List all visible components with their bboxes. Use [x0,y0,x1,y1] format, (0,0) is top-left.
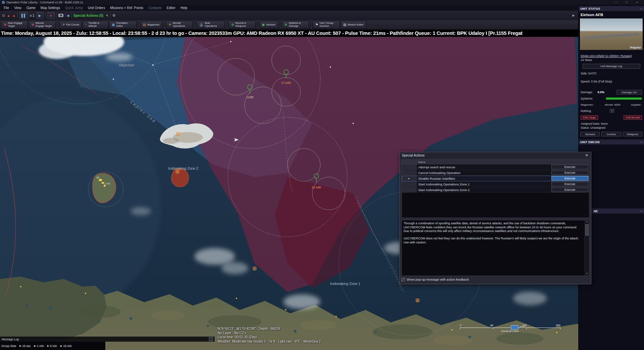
action-row[interactable]: Attempt seach and rescue Execute [402,164,589,170]
unit-class-link[interactable]: Single-Unit Airfield (1x 4000m+ Runway) [581,54,642,58]
record-button[interactable]: ● [47,12,55,19]
sensors-detail-button[interactable]: Sensors [580,132,600,136]
execute-button[interactable]: Execute [551,165,588,169]
maximize-button[interactable]: □ [626,1,627,4]
pause-button[interactable]: ▌▌ [19,12,28,19]
menu-unit-orders[interactable]: Unit Orders [86,5,107,10]
partial-section-label: NE [594,210,598,213]
unit-message-log-button[interactable]: Unit Message Log [583,64,640,69]
edit-aircraft-button[interactable]: Edit Aircraft [624,115,642,120]
row-selector-cell[interactable] [402,187,417,192]
feedback-checkbox[interactable]: ✓ [401,278,405,281]
execute-button[interactable]: Execute [551,176,588,181]
action-row-selected[interactable]: ▸ Disable Russian Satellites Execute [402,176,589,181]
feedback-option-row: ✓ Show pop-up message with action feedba… [401,278,589,281]
supplies-link[interactable]: Supplies : [631,103,642,106]
ribbon-label: Mounts & Weapons [235,22,253,27]
weapons-detail-button[interactable]: Weapons [623,132,642,136]
magazines-button[interactable]: ▤ Magazines [140,21,162,29]
contact-signal-label: 27.9dB [281,81,291,84]
unit-status-header[interactable]: UNIT STATUS » [579,6,644,11]
mounts-weapons-button[interactable]: ⊚ Mounts & Weapons [228,21,255,29]
menu-quick-jump[interactable]: Quick Jump [63,5,85,10]
manual-engage-target-button[interactable]: ⊗ Manual Engage Target [29,21,55,29]
ribbon-separator [194,21,196,28]
message-log-bar[interactable]: Message Log ↗ [0,337,215,342]
filter-5min[interactable]: 5 min [50,344,57,348]
edit-buttons-row: Edit Cargo Edit Aircraft [581,115,642,120]
window-title: Operation Polar Liberty - Command v1.06 … [6,1,83,4]
engage-offensive-icon[interactable]: ▲ [7,13,10,17]
friendly-surface-contact[interactable] [511,325,518,330]
auto-engage-target-button[interactable]: ⊕ Auto Engage Target [1,21,28,29]
play-button[interactable]: ▶ [36,12,44,19]
filter-15min[interactable]: 15 min [63,344,72,348]
boat-operations-button[interactable]: ⚓ Boat Operations [197,21,225,29]
filter-15sec[interactable]: 15 sec [22,344,31,348]
plot-course-button[interactable]: ↗ Plot Course [59,21,82,29]
menu-bar: File View Game Map Settings Quick Jump U… [0,5,578,11]
action-row[interactable]: Start Icebreaking Operations Zone 1 Exec… [402,181,589,187]
action-row[interactable]: Start Icebreaking Operations Zone 2 Exec… [402,187,589,193]
cargo-dropdown[interactable]: ▾ [610,109,614,113]
execute-button[interactable]: Execute [551,182,588,186]
group-view-toggle[interactable]: Group View [1,344,16,348]
menu-game[interactable]: Game [24,5,38,10]
execute-button[interactable]: Execute [551,170,588,175]
engage-defensive-icon[interactable]: ▲ [12,13,16,17]
row-selector-cell[interactable]: ▸ [402,176,417,181]
ribbon-label: Systems & Damage [289,22,306,27]
mission-editor-button[interactable]: ▨ Mission Editor [340,21,366,29]
menu-view[interactable]: View [12,5,24,10]
systems-damage-button[interactable]: ⚙ Systems & Damage [282,21,309,29]
action-row[interactable]: Cancel Icebreaking Operation Execute [402,170,589,176]
magazines-link[interactable]: Magazines : [581,103,594,106]
scroll-up-icon[interactable]: ▲ [585,221,589,223]
menu-help[interactable]: Help [178,5,190,10]
dialog-close-button[interactable]: ✕ [584,153,589,158]
execute-button[interactable]: Execute [551,187,588,192]
unit-emcon-header[interactable]: UNIT EMCON » [579,139,644,144]
aircraft-operations-button[interactable]: ✈ Aircraft Operations [166,21,193,29]
comms-detail-button[interactable]: Comms [601,132,621,136]
menu-editor[interactable]: Editor [164,5,178,10]
menu-contacts[interactable]: Contacts [146,5,164,10]
toolbar-expand-button[interactable]: ▶ [571,11,576,19]
damage-ctrl-button[interactable]: Damage Ctrl [616,90,642,95]
row-selector-cell[interactable] [402,181,417,187]
description-scrollbar[interactable]: ▲ ▼ [585,220,589,276]
main-toolbar: ⊙ ▲ ▲ ▌▌ x 1 ▶ ● ◈ Special Actions (5) ↖… [0,11,578,20]
time-display-icon[interactable]: ⊙ [2,13,5,18]
objective-label: Objective [119,63,134,67]
gear-icon[interactable]: ⚙ [112,13,116,18]
scale-tick-label: 90 [490,324,493,327]
edit-cargo-button[interactable]: Edit Cargo [581,115,598,120]
formation-editor-button[interactable]: ▦ Formation Editor [109,21,136,29]
menu-map-settings[interactable]: Map Settings [38,5,62,10]
filter-arrow-icon: ▶ [60,345,62,347]
menu-file[interactable]: File [1,5,11,10]
popout-icon[interactable]: ↗ [209,337,213,341]
scope-icon[interactable]: ◈ [67,13,70,18]
filter-1min[interactable]: 1 min [37,344,44,348]
close-button[interactable]: × [636,1,638,4]
row-selector-cell[interactable] [402,170,417,175]
sensors-button[interactable]: ◉ Sensors [259,21,278,29]
ribbon-separator [256,21,259,28]
special-actions-menu[interactable]: Special Actions (5) [73,14,103,17]
scrollbar-thumb[interactable] [585,224,589,236]
scroll-down-icon[interactable]: ▼ [585,273,589,275]
minimize-button[interactable]: – [615,1,617,4]
menu-missions-ref-points[interactable]: Missions + Ref. Points [108,5,146,10]
action-name: Start Icebreaking Operations Zone 1 [417,181,551,187]
throttle-altitude-button[interactable]: ↕ Throttle & Altitude [83,21,108,29]
collapse-chevron-icon: » [641,140,642,144]
ribbon-separator [225,21,228,28]
dialog-titlebar[interactable]: Special Actions ✕ [400,152,591,158]
coordinates-label: N76°45'23", W175°42'08" - Depth: -6601ft [218,327,321,331]
camera-icon[interactable] [58,14,63,17]
filter-arrow-icon: ▶ [19,345,21,347]
unit-group-doctrine-button[interactable]: ⚑ Unit / Group Doctrine [313,21,340,29]
row-selector-cell[interactable] [402,164,417,170]
aircraft-count-label[interactable]: Aircraft: 46/50 [605,103,621,106]
